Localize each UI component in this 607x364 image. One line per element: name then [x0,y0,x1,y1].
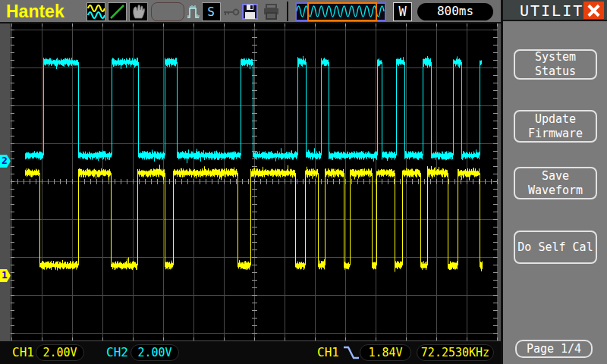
ch1-label: CH1 [12,345,34,359]
print-icon [262,2,281,21]
toolbar-divider [287,2,288,21]
window-icon[interactable]: W [393,2,412,21]
ch1-zero-marker[interactable]: 1 [0,269,11,282]
page-button[interactable]: Page 1/4 [515,340,593,358]
status-bar: CH1 2.00V CH2 2.00V CH1 1.84V 72.2530KHz [0,341,501,364]
preview-window-handle[interactable] [307,2,377,21]
ch1-scale-readout[interactable]: 2.00V [36,344,84,361]
hand-icon[interactable] [129,2,148,21]
utility-menu: UTILITY System Status Update Firmware Sa… [501,0,607,364]
save-waveform-button[interactable]: Save Waveform [514,167,597,199]
update-firmware-button[interactable]: Update Firmware [514,110,597,143]
close-button[interactable] [583,2,604,19]
menu-header: UTILITY [503,0,607,21]
empty-slot-outline [151,2,184,21]
single-seq-icon[interactable]: S [202,2,221,21]
waveform-preview[interactable] [295,2,386,21]
top-toolbar: Hantek S [0,0,501,24]
oscilloscope-app: Hantek S [0,0,607,364]
ch2-label: CH2 [106,345,128,359]
measure-line-icon[interactable] [108,2,127,21]
do-self-cal-button[interactable]: Do Self Cal [514,231,597,264]
key-icon [222,2,240,21]
svg-text:S: S [207,5,215,19]
trigger-pulse-icon[interactable] [187,2,200,21]
system-status-button[interactable]: System Status [514,49,597,80]
channels-icon[interactable] [86,2,105,21]
ch2-scale-readout[interactable]: 2.00V [131,344,179,361]
scope-display [11,24,498,340]
waveform-canvas [11,24,498,340]
frequency-readout: 72.2530KHz [417,344,494,361]
display-frame: 2 1 [0,24,501,341]
save-icon[interactable] [241,2,259,21]
brand-logo: Hantek [6,2,64,22]
timebase-readout[interactable]: 800ms [417,3,493,20]
falling-edge-icon [343,344,360,364]
ch2-zero-marker[interactable]: 2 [0,155,11,168]
trigger-level-readout[interactable]: 1.84V [360,344,411,361]
trigger-source-label: CH1 [317,345,339,359]
